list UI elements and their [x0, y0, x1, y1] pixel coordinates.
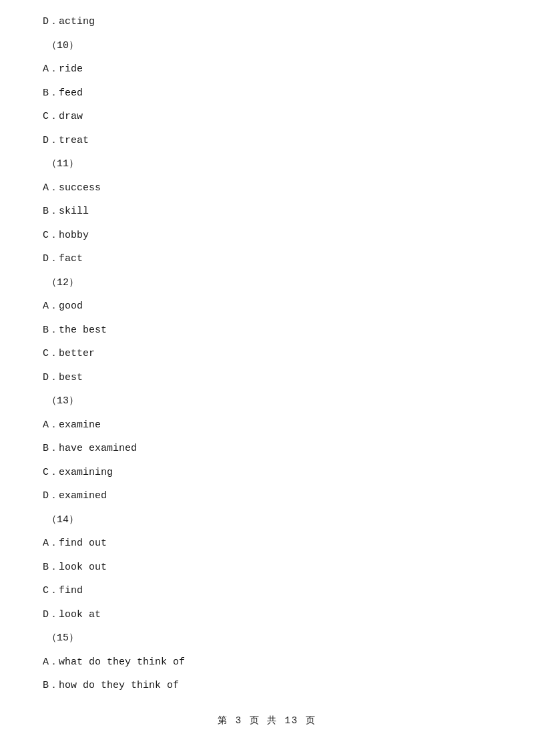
q11-d-option: D．fact — [40, 250, 494, 268]
q10-d2-option: D．treat — [40, 132, 494, 150]
q14-b-option: B．look out — [40, 559, 494, 576]
q11-c-option: C．hobby — [40, 227, 494, 244]
q12-d-option: D．best — [40, 369, 494, 387]
q10-d-option: D．acting — [40, 13, 494, 31]
q15-label: （15） — [40, 630, 494, 647]
q12-label: （12） — [40, 274, 494, 292]
q15-b-option: B．how do they think of — [40, 677, 494, 695]
q10-c-option: C．draw — [40, 108, 494, 126]
q12-a-option: A．good — [40, 298, 494, 315]
q11-b-option: B．skill — [40, 203, 494, 220]
q12-c-option: C．better — [40, 345, 494, 363]
q14-a-option: A．find out — [40, 535, 494, 552]
q11-label: （11） — [40, 156, 494, 173]
q10-b-option: B．feed — [40, 85, 494, 102]
q13-label: （13） — [40, 393, 494, 410]
q12-b-option: B．the best — [40, 322, 494, 339]
q13-d-option: D．examined — [40, 488, 494, 505]
q10-label: （10） — [40, 37, 494, 55]
q10-a-option: A．ride — [40, 61, 494, 78]
q15-a-option: A．what do they think of — [40, 654, 494, 671]
q14-c-option: C．find — [40, 582, 494, 600]
q11-a-option: A．success — [40, 180, 494, 197]
q14-label: （14） — [40, 512, 494, 529]
page-footer: 第 3 页 共 13 页 — [40, 715, 494, 727]
q13-a-option: A．examine — [40, 417, 494, 434]
q13-b-option: B．have examined — [40, 440, 494, 457]
q13-c-option: C．examining — [40, 464, 494, 482]
q14-d-option: D．look at — [40, 606, 494, 624]
